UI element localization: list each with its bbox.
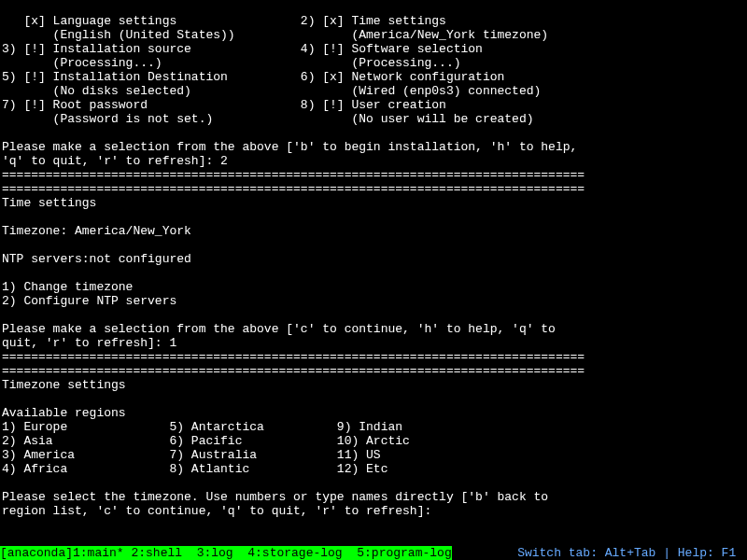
status-bar: [anaconda]1:main* 2:shell 3:log 4:storag…	[0, 546, 747, 560]
status-tabs[interactable]: [anaconda]1:main* 2:shell 3:log 4:storag…	[0, 546, 452, 560]
status-help: Switch tab: Alt+Tab | Help: F1	[517, 546, 747, 560]
terminal-output: [x] Language settings 2) [x] Time settin…	[0, 0, 747, 532]
terminal-screen[interactable]: { "hub": { "items": [ { "n": "", "mark":…	[0, 0, 747, 560]
